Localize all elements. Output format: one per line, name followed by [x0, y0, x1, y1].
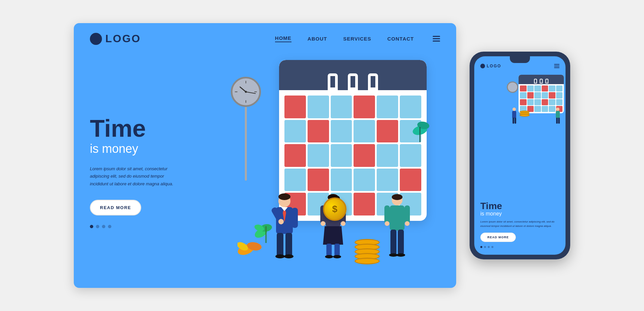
mobile-mockup: LOGO: [470, 52, 570, 259]
desktop-hero: Time is money Lorem ipsum dolor sit amet…: [74, 23, 456, 288]
logo-icon: [90, 33, 102, 45]
mobile-carousel-dots: [480, 246, 559, 248]
clock-face: [231, 77, 261, 107]
mobile-hero-text: Time is money Lorem ipsum dolor sit amet…: [474, 201, 566, 248]
svg-point-35: [333, 255, 341, 258]
hero-title-line2: is money: [90, 142, 204, 156]
mobile-read-more-button[interactable]: READ MORE: [480, 233, 516, 242]
logo-text: LOGO: [105, 33, 141, 45]
mobile-title-line2: is money: [480, 211, 559, 217]
svg-rect-44: [398, 230, 404, 255]
mobile-logo-icon: [480, 64, 485, 68]
mobile-person-right: [554, 107, 562, 127]
hamburger-menu-icon[interactable]: [433, 36, 440, 42]
svg-rect-50: [515, 118, 516, 124]
nav-home[interactable]: HOME: [275, 35, 291, 42]
read-more-button[interactable]: READ MORE: [90, 200, 141, 215]
svg-point-37: [392, 194, 402, 200]
dot-1[interactable]: [90, 225, 93, 228]
page-container: LOGO HOME ABOUT SERVICES CONTACT Time is…: [0, 10, 644, 301]
svg-point-51: [556, 108, 559, 111]
svg-point-31: [341, 221, 345, 226]
svg-point-41: [385, 221, 389, 226]
nav-about[interactable]: ABOUT: [308, 36, 327, 42]
hero-illustration: $: [204, 57, 440, 274]
nav-services[interactable]: SERVICES: [343, 36, 371, 42]
mobile-dot-4[interactable]: [491, 246, 493, 248]
mobile-coin-stack: [520, 112, 530, 117]
svg-point-30: [321, 221, 325, 226]
svg-rect-48: [512, 111, 516, 118]
mobile-dot-3[interactable]: [488, 246, 490, 248]
desktop-nav: LOGO HOME ABOUT SERVICES CONTACT: [74, 23, 456, 54]
mobile-screen: LOGO: [474, 56, 566, 255]
mobile-description: Lorem ipsum dolor sit amet, consectetur …: [480, 220, 559, 229]
svg-point-42: [405, 221, 410, 226]
mobile-title-line1: Time: [480, 201, 559, 211]
svg-rect-32: [326, 244, 332, 256]
logo-area: LOGO: [90, 33, 141, 45]
svg-marker-27: [323, 226, 343, 245]
svg-point-47: [513, 108, 516, 111]
desktop-mockup: LOGO HOME ABOUT SERVICES CONTACT Time is…: [74, 23, 456, 288]
hero-description: Lorem ipsum dolor sit amet, consectetur …: [90, 165, 177, 187]
svg-rect-20: [285, 233, 292, 256]
dot-4[interactable]: [108, 225, 111, 228]
clock-illustration: [231, 77, 261, 181]
svg-point-22: [284, 254, 293, 258]
plant-right-icon: [410, 117, 430, 145]
nav-links: HOME ABOUT SERVICES CONTACT: [275, 35, 440, 42]
coin-stack-icon: [355, 241, 380, 264]
svg-rect-40: [405, 205, 410, 224]
mobile-clock-icon: [507, 81, 518, 93]
svg-rect-54: [558, 118, 560, 124]
mobile-dot-1[interactable]: [480, 246, 482, 248]
svg-rect-53: [556, 118, 558, 124]
svg-rect-17: [292, 208, 298, 228]
svg-point-34: [325, 255, 333, 258]
hero-left: Time is money Lorem ipsum dolor sit amet…: [90, 57, 204, 274]
svg-rect-52: [556, 111, 560, 118]
person-right-man: [384, 193, 411, 261]
svg-point-46: [396, 253, 405, 257]
svg-rect-38: [390, 205, 405, 231]
carousel-dots: [90, 225, 204, 228]
coin-held-icon: $: [323, 197, 346, 221]
mobile-hamburger-icon[interactable]: [554, 64, 559, 68]
mobile-dot-2[interactable]: [484, 246, 486, 248]
mobile-person-left: [510, 107, 519, 127]
svg-rect-49: [513, 118, 514, 124]
mobile-illustration: [514, 75, 564, 113]
svg-rect-39: [384, 205, 390, 224]
yellow-leaves-icon: [237, 233, 268, 261]
svg-point-11: [278, 193, 290, 200]
dot-3[interactable]: [102, 225, 105, 228]
hero-title-line1: Time: [90, 116, 204, 140]
svg-rect-19: [277, 233, 283, 256]
svg-rect-33: [334, 244, 340, 256]
svg-rect-43: [390, 230, 396, 255]
mobile-logo-area: LOGO: [480, 64, 501, 68]
mobile-logo-text: LOGO: [487, 64, 501, 68]
dot-2[interactable]: [96, 225, 99, 228]
person-businessman: [269, 193, 300, 261]
nav-contact[interactable]: CONTACT: [387, 36, 414, 42]
svg-point-21: [275, 254, 285, 258]
mobile-notch: [510, 56, 530, 63]
